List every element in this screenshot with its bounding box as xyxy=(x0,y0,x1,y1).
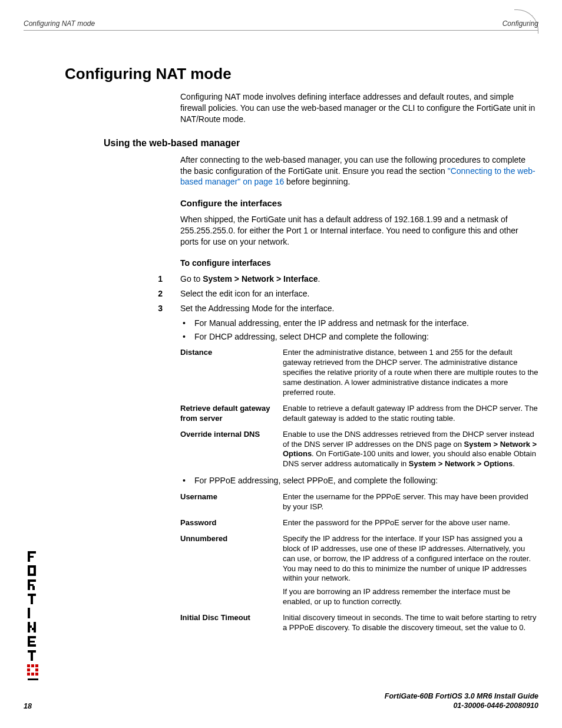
svg-rect-9 xyxy=(28,584,34,586)
heading-1: Configuring NAT mode xyxy=(65,65,538,83)
table-row: Retrieve default gateway from server Ena… xyxy=(180,404,538,424)
param-desc: Enable to use the DNS addresses retrieve… xyxy=(283,430,538,470)
table-row: Override internal DNS Enable to use the … xyxy=(180,430,538,470)
substep-bullet: • For Manual addressing, enter the IP ad… xyxy=(180,318,538,329)
table-row: Distance Enter the administrative distan… xyxy=(180,348,538,397)
menu-path: System > Network > Options xyxy=(409,459,513,468)
substep-bullet: • For DHCP addressing, select DHCP and c… xyxy=(180,331,538,342)
svg-rect-21 xyxy=(28,644,36,647)
param-desc: Enter the password for the PPPoE server … xyxy=(283,518,538,528)
text: . xyxy=(318,274,320,284)
param-desc: Enable to retrieve a default gateway IP … xyxy=(283,404,538,424)
step-3: 3 Set the Addressing Mode for the interf… xyxy=(65,303,538,314)
page-number: 18 xyxy=(24,702,32,710)
table-row: Initial Disc Timeout Initial discovery t… xyxy=(180,613,538,633)
heading-3: Configure the interfaces xyxy=(180,198,538,208)
bullet-icon: • xyxy=(180,475,194,486)
paragraph: After connecting to the web-based manage… xyxy=(180,154,538,188)
text: Go to xyxy=(180,274,203,284)
step-number: 3 xyxy=(65,303,180,314)
svg-rect-16 xyxy=(30,625,32,628)
param-name: Initial Disc Timeout xyxy=(180,613,283,633)
step-text: Select the edit icon for an interface. xyxy=(180,288,538,299)
param-name: Password xyxy=(180,518,283,528)
svg-rect-31 xyxy=(35,673,38,676)
svg-rect-12 xyxy=(31,594,33,604)
header-right: Configuring xyxy=(503,19,538,28)
param-desc: Enter the username for the PPPoE server.… xyxy=(283,492,538,512)
step-2: 2 Select the edit icon for an interface. xyxy=(65,288,538,299)
svg-rect-6 xyxy=(28,574,36,576)
svg-rect-32 xyxy=(28,678,38,680)
table-row: Password Enter the password for the PPPo… xyxy=(180,518,538,528)
table-row: Username Enter the username for the PPPo… xyxy=(180,492,538,512)
header-left: Configuring NAT mode xyxy=(24,19,95,28)
text: If you are borrowing an IP address remem… xyxy=(283,587,538,607)
menu-path: System > Network > Interface xyxy=(203,274,318,284)
param-name: Unnumbered xyxy=(180,534,283,607)
param-name: Distance xyxy=(180,348,283,397)
doc-id: 01-30006-0446-20080910 xyxy=(453,701,538,710)
text: Specify the IP address for the interface… xyxy=(283,534,538,584)
param-desc: Initial discovery timeout in seconds. Th… xyxy=(283,613,538,633)
svg-rect-29 xyxy=(27,673,30,676)
fortinet-logo xyxy=(26,551,40,681)
svg-rect-27 xyxy=(27,668,30,671)
svg-rect-26 xyxy=(35,664,38,667)
svg-rect-8 xyxy=(28,579,36,582)
intro-paragraph: Configuring NAT mode involves defining i… xyxy=(180,91,538,125)
svg-rect-2 xyxy=(28,556,34,558)
svg-rect-1 xyxy=(28,551,36,554)
param-name: Username xyxy=(180,492,283,512)
svg-rect-23 xyxy=(31,650,33,661)
svg-rect-10 xyxy=(32,586,35,590)
svg-rect-17 xyxy=(32,628,34,630)
param-desc: Enter the administrative distance, betwe… xyxy=(283,348,538,397)
svg-rect-13 xyxy=(28,608,30,618)
param-desc: Specify the IP address for the interface… xyxy=(283,534,538,607)
bullet-text: For Manual addressing, enter the IP addr… xyxy=(194,318,469,329)
bullet-text: For DHCP addressing, select DHCP and com… xyxy=(194,331,429,342)
step-number: 1 xyxy=(65,274,180,285)
table-row: Unnumbered Specify the IP address for th… xyxy=(180,534,538,607)
svg-rect-25 xyxy=(31,664,34,667)
bullet-icon: • xyxy=(180,318,194,329)
procedure-heading: To configure interfaces xyxy=(180,258,538,268)
step-text: Go to System > Network > Interface. xyxy=(180,274,538,285)
text: before beginning. xyxy=(284,177,350,186)
svg-rect-19 xyxy=(28,636,36,638)
step-1: 1 Go to System > Network > Interface. xyxy=(65,274,538,285)
text: . xyxy=(513,459,515,468)
svg-rect-24 xyxy=(27,664,30,667)
paragraph: When shipped, the FortiGate unit has a d… xyxy=(180,214,538,248)
bullet-icon: • xyxy=(180,331,194,342)
step-number: 2 xyxy=(65,288,180,299)
step-text: Set the Addressing Mode for the interfac… xyxy=(180,303,538,314)
bullet-text: For PPPoE addressing, select PPPoE, and … xyxy=(194,475,438,486)
substep-bullet: • For PPPoE addressing, select PPPoE, an… xyxy=(180,475,538,486)
param-name: Retrieve default gateway from server xyxy=(180,404,283,424)
svg-rect-30 xyxy=(31,673,34,676)
pppoe-params-table: Username Enter the username for the PPPo… xyxy=(180,492,538,633)
svg-rect-14 xyxy=(28,622,30,633)
svg-rect-15 xyxy=(34,622,36,633)
heading-2: Using the web-based manager xyxy=(104,138,538,149)
dhcp-params-table: Distance Enter the administrative distan… xyxy=(180,348,538,469)
footer-text: FortiGate-60B FortiOS 3.0 MR6 Install Gu… xyxy=(24,691,538,711)
header-rule xyxy=(24,30,538,31)
doc-title: FortiGate-60B FortiOS 3.0 MR6 Install Gu… xyxy=(385,692,538,700)
param-name: Override internal DNS xyxy=(180,430,283,470)
svg-rect-28 xyxy=(35,668,38,671)
svg-rect-20 xyxy=(28,641,35,643)
